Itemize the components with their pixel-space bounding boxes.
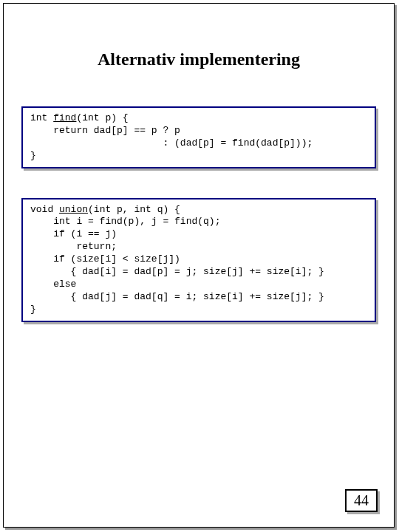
code-text: { dad[j] = dad[q] = i; size[i] += size[j…: [30, 291, 324, 302]
code-text: if (size[i] < size[j]): [30, 253, 180, 265]
code-block-union: void union(int p, int q) { int i = find(…: [21, 198, 376, 322]
function-name-find: find: [53, 112, 76, 123]
code-text: { dad[i] = dad[p] = j; size[j] += size[i…: [30, 266, 324, 277]
code-text: return;: [30, 241, 117, 252]
code-text: }: [30, 304, 36, 315]
code-text: int: [30, 112, 53, 123]
page-number: 44: [345, 489, 378, 512]
code-text: else: [30, 279, 76, 290]
page-title: Alternativ implementering: [4, 50, 394, 69]
code-text: return dad[p] == p ? p: [30, 125, 180, 136]
code-text: int i = find(p), j = find(q);: [30, 216, 220, 227]
code-block-find: int find(int p) { return dad[p] == p ? p…: [21, 106, 376, 168]
function-name-union: union: [59, 204, 88, 215]
code-text: }: [30, 150, 36, 161]
code-text: (int p) {: [76, 112, 128, 123]
code-text: if (i == j): [30, 228, 117, 239]
code-text: void: [30, 204, 59, 215]
code-text: : (dad[p] = find(dad[p]));: [30, 137, 313, 149]
slide-frame: Alternativ implementering int find(int p…: [3, 3, 395, 528]
code-text: (int p, int q) {: [88, 204, 180, 215]
